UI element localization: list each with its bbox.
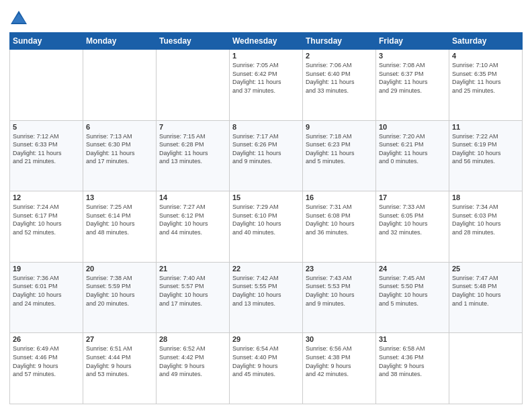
calendar-cell: 11Sunrise: 7:22 AM Sunset: 6:19 PM Dayli…: [449, 120, 523, 191]
day-info: Sunrise: 7:24 AM Sunset: 6:17 PM Dayligh…: [13, 203, 80, 236]
calendar-cell: 27Sunrise: 6:51 AM Sunset: 4:44 PM Dayli…: [83, 333, 157, 404]
calendar-cell: 5Sunrise: 7:12 AM Sunset: 6:33 PM Daylig…: [10, 120, 83, 191]
week-row-4: 19Sunrise: 7:36 AM Sunset: 6:01 PM Dayli…: [10, 262, 523, 333]
calendar-cell: 1Sunrise: 7:05 AM Sunset: 6:42 PM Daylig…: [230, 50, 303, 121]
day-number: 9: [306, 123, 373, 131]
day-info: Sunrise: 7:06 AM Sunset: 6:40 PM Dayligh…: [306, 61, 373, 95]
weekday-header-tuesday: Tuesday: [157, 33, 230, 50]
day-info: Sunrise: 7:12 AM Sunset: 6:33 PM Dayligh…: [13, 132, 80, 166]
day-info: Sunrise: 7:18 AM Sunset: 6:23 PM Dayligh…: [306, 132, 373, 166]
calendar-cell: 20Sunrise: 7:38 AM Sunset: 5:59 PM Dayli…: [83, 262, 157, 333]
weekday-header-friday: Friday: [376, 33, 449, 50]
weekday-header-thursday: Thursday: [303, 33, 376, 50]
calendar-cell: 8Sunrise: 7:17 AM Sunset: 6:26 PM Daylig…: [230, 120, 303, 191]
day-number: 20: [86, 265, 153, 273]
calendar-cell: 14Sunrise: 7:27 AM Sunset: 6:12 PM Dayli…: [157, 191, 230, 263]
calendar-cell: 18Sunrise: 7:34 AM Sunset: 6:03 PM Dayli…: [449, 191, 523, 263]
weekday-header-saturday: Saturday: [449, 33, 523, 50]
day-info: Sunrise: 7:45 AM Sunset: 5:50 PM Dayligh…: [379, 274, 446, 308]
day-info: Sunrise: 7:25 AM Sunset: 6:14 PM Dayligh…: [86, 203, 153, 236]
calendar-cell: 9Sunrise: 7:18 AM Sunset: 6:23 PM Daylig…: [303, 120, 376, 191]
calendar-cell: 24Sunrise: 7:45 AM Sunset: 5:50 PM Dayli…: [376, 262, 449, 333]
day-number: 30: [306, 335, 373, 343]
day-number: 24: [379, 265, 446, 273]
day-info: Sunrise: 7:05 AM Sunset: 6:42 PM Dayligh…: [232, 61, 300, 95]
day-number: 23: [306, 265, 373, 273]
calendar-cell: 10Sunrise: 7:20 AM Sunset: 6:21 PM Dayli…: [376, 120, 449, 191]
day-number: 10: [379, 123, 446, 131]
day-number: 29: [232, 335, 300, 343]
calendar-cell: 22Sunrise: 7:42 AM Sunset: 5:55 PM Dayli…: [230, 262, 303, 333]
day-info: Sunrise: 7:20 AM Sunset: 6:21 PM Dayligh…: [379, 132, 446, 166]
day-number: 15: [232, 193, 300, 201]
day-number: 4: [452, 52, 519, 60]
day-number: 1: [232, 52, 300, 60]
week-row-5: 26Sunrise: 6:49 AM Sunset: 4:46 PM Dayli…: [10, 333, 523, 404]
day-info: Sunrise: 6:56 AM Sunset: 4:38 PM Dayligh…: [306, 345, 373, 378]
day-info: Sunrise: 7:36 AM Sunset: 6:01 PM Dayligh…: [13, 274, 80, 308]
weekday-header-monday: Monday: [83, 33, 157, 50]
day-info: Sunrise: 7:47 AM Sunset: 5:48 PM Dayligh…: [452, 274, 519, 308]
day-info: Sunrise: 7:13 AM Sunset: 6:30 PM Dayligh…: [86, 132, 153, 166]
day-info: Sunrise: 6:54 AM Sunset: 4:40 PM Dayligh…: [232, 345, 300, 378]
calendar-cell: [449, 333, 523, 404]
calendar-cell: 26Sunrise: 6:49 AM Sunset: 4:46 PM Dayli…: [10, 333, 83, 404]
day-number: 21: [159, 265, 226, 273]
day-number: 5: [13, 123, 80, 131]
day-info: Sunrise: 7:40 AM Sunset: 5:57 PM Dayligh…: [159, 274, 226, 308]
calendar-cell: 16Sunrise: 7:31 AM Sunset: 6:08 PM Dayli…: [303, 191, 376, 263]
week-row-2: 5Sunrise: 7:12 AM Sunset: 6:33 PM Daylig…: [10, 120, 523, 191]
calendar-cell: 4Sunrise: 7:10 AM Sunset: 6:35 PM Daylig…: [449, 50, 523, 121]
day-number: 16: [306, 193, 373, 201]
day-info: Sunrise: 7:29 AM Sunset: 6:10 PM Dayligh…: [232, 203, 300, 236]
calendar-cell: 12Sunrise: 7:24 AM Sunset: 6:17 PM Dayli…: [10, 191, 83, 263]
day-info: Sunrise: 7:15 AM Sunset: 6:28 PM Dayligh…: [159, 132, 226, 166]
page: SundayMondayTuesdayWednesdayThursdayFrid…: [0, 0, 532, 411]
day-info: Sunrise: 7:31 AM Sunset: 6:08 PM Dayligh…: [306, 203, 373, 236]
day-info: Sunrise: 6:52 AM Sunset: 4:42 PM Dayligh…: [159, 345, 226, 378]
day-info: Sunrise: 7:22 AM Sunset: 6:19 PM Dayligh…: [452, 132, 519, 166]
calendar-cell: 19Sunrise: 7:36 AM Sunset: 6:01 PM Dayli…: [10, 262, 83, 333]
day-number: 8: [232, 123, 300, 131]
logo-icon: [9, 9, 28, 28]
calendar-cell: 3Sunrise: 7:08 AM Sunset: 6:37 PM Daylig…: [376, 50, 449, 121]
day-number: 25: [452, 265, 519, 273]
calendar-cell: 28Sunrise: 6:52 AM Sunset: 4:42 PM Dayli…: [157, 333, 230, 404]
calendar-cell: 7Sunrise: 7:15 AM Sunset: 6:28 PM Daylig…: [157, 120, 230, 191]
logo: [9, 9, 31, 28]
day-info: Sunrise: 7:38 AM Sunset: 5:59 PM Dayligh…: [86, 274, 153, 308]
calendar-cell: 25Sunrise: 7:47 AM Sunset: 5:48 PM Dayli…: [449, 262, 523, 333]
calendar-cell: 13Sunrise: 7:25 AM Sunset: 6:14 PM Dayli…: [83, 191, 157, 263]
day-info: Sunrise: 7:10 AM Sunset: 6:35 PM Dayligh…: [452, 61, 519, 95]
calendar-cell: 30Sunrise: 6:56 AM Sunset: 4:38 PM Dayli…: [303, 333, 376, 404]
day-number: 3: [379, 52, 446, 60]
day-info: Sunrise: 7:08 AM Sunset: 6:37 PM Dayligh…: [379, 61, 446, 95]
calendar-cell: 6Sunrise: 7:13 AM Sunset: 6:30 PM Daylig…: [83, 120, 157, 191]
day-info: Sunrise: 7:33 AM Sunset: 6:05 PM Dayligh…: [379, 203, 446, 236]
weekday-header-wednesday: Wednesday: [230, 33, 303, 50]
day-number: 11: [452, 123, 519, 131]
day-number: 6: [86, 123, 153, 131]
day-number: 12: [13, 193, 80, 201]
calendar-cell: [10, 50, 83, 121]
day-number: 7: [159, 123, 226, 131]
day-number: 14: [159, 193, 226, 201]
calendar-cell: 17Sunrise: 7:33 AM Sunset: 6:05 PM Dayli…: [376, 191, 449, 263]
weekday-header-sunday: Sunday: [10, 33, 83, 50]
calendar-cell: [83, 50, 157, 121]
day-number: 13: [86, 193, 153, 201]
weekday-header-row: SundayMondayTuesdayWednesdayThursdayFrid…: [10, 33, 523, 50]
day-info: Sunrise: 6:49 AM Sunset: 4:46 PM Dayligh…: [13, 345, 80, 378]
calendar-cell: 23Sunrise: 7:43 AM Sunset: 5:53 PM Dayli…: [303, 262, 376, 333]
week-row-1: 1Sunrise: 7:05 AM Sunset: 6:42 PM Daylig…: [10, 50, 523, 121]
day-info: Sunrise: 7:27 AM Sunset: 6:12 PM Dayligh…: [159, 203, 226, 236]
week-row-3: 12Sunrise: 7:24 AM Sunset: 6:17 PM Dayli…: [10, 191, 523, 263]
calendar-cell: 21Sunrise: 7:40 AM Sunset: 5:57 PM Dayli…: [157, 262, 230, 333]
calendar-cell: 2Sunrise: 7:06 AM Sunset: 6:40 PM Daylig…: [303, 50, 376, 121]
day-number: 17: [379, 193, 446, 201]
day-info: Sunrise: 7:17 AM Sunset: 6:26 PM Dayligh…: [232, 132, 300, 166]
day-info: Sunrise: 7:42 AM Sunset: 5:55 PM Dayligh…: [232, 274, 300, 308]
day-number: 27: [86, 335, 153, 343]
day-number: 28: [159, 335, 226, 343]
calendar-table: SundayMondayTuesdayWednesdayThursdayFrid…: [9, 32, 523, 404]
